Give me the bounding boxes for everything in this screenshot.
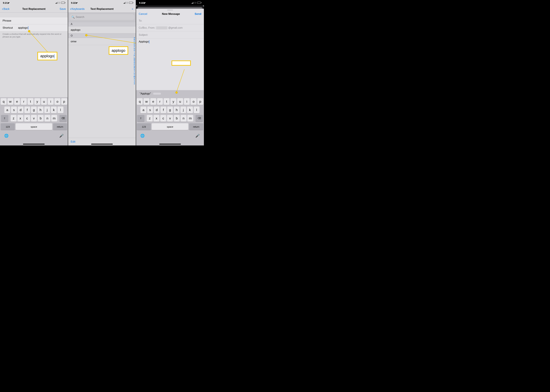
index-V[interactable]: V [134,74,135,76]
phrase-row[interactable]: Phrase [0,17,68,24]
key-q[interactable]: q [137,98,143,105]
key-x[interactable]: x [153,115,159,122]
space-key[interactable]: space [152,123,188,130]
shift-key[interactable]: ⇧ [1,115,8,122]
key-n[interactable]: n [180,115,186,122]
index-N[interactable]: N [134,60,135,62]
index-Z[interactable]: Z [134,81,135,83]
key-s[interactable]: s [11,106,17,113]
key-i[interactable]: i [48,98,54,105]
key-t[interactable]: t [28,98,34,105]
key-q[interactable]: q [1,98,7,105]
index-A[interactable]: A [134,37,135,39]
key-b[interactable]: b [174,115,180,122]
key-o[interactable]: o [191,98,196,105]
key-n[interactable]: n [44,115,50,122]
key-e[interactable]: e [150,98,156,105]
key-v[interactable]: v [167,115,173,122]
key-i[interactable]: i [184,98,190,105]
index-B[interactable]: B [134,39,135,41]
to-field[interactable]: To: [136,17,204,24]
key-u[interactable]: u [177,98,183,105]
index-O[interactable]: O [134,62,135,63]
index-X[interactable]: X [134,78,135,79]
quicktype-original[interactable]: "Applogo" [137,92,153,95]
key-d[interactable]: d [154,106,160,113]
key-m[interactable]: m [51,115,57,122]
index-U[interactable]: U [134,72,135,74]
key-y[interactable]: y [34,98,40,105]
key-h[interactable]: h [174,106,179,113]
key-v[interactable]: v [31,115,37,122]
index-J[interactable]: J [134,53,135,55]
cc-field[interactable]: Cc/Bcc, From: @gmail.com [136,24,204,31]
subject-field[interactable]: Subject: [136,31,204,38]
add-button[interactable]: ＋ [131,7,134,11]
index-R[interactable]: R [134,67,135,69]
home-indicator[interactable] [91,144,113,145]
index-I[interactable]: I [134,51,135,53]
key-k[interactable]: k [187,106,193,113]
key-a[interactable]: a [4,106,10,113]
shortcut-row[interactable]: Shortcut applogo [0,24,68,31]
numbers-key[interactable]: 123 [1,123,15,130]
home-indicator[interactable] [23,144,45,145]
key-z[interactable]: z [147,115,153,122]
index-L[interactable]: L [134,56,135,58]
list-row[interactable]: omw [68,38,136,45]
back-button[interactable]: ‹Keyboards [70,7,85,11]
key-k[interactable]: k [51,106,57,113]
mic-icon[interactable]: 🎤 [195,134,200,138]
key-p[interactable]: p [197,98,203,105]
index-Q[interactable]: Q [134,65,135,67]
key-s[interactable]: s [147,106,153,113]
key-f[interactable]: f [160,106,166,113]
key-c[interactable]: c [24,115,30,122]
home-indicator[interactable] [159,144,181,145]
index-H[interactable]: H [134,49,135,51]
key-g[interactable]: g [167,106,173,113]
backspace-key[interactable]: ⌫ [195,115,203,122]
return-key[interactable]: return [53,123,67,130]
key-p[interactable]: p [61,98,67,105]
backspace-key[interactable]: ⌫ [59,115,67,122]
key-l[interactable]: l [194,106,200,113]
index-W[interactable]: W [134,76,135,78]
quicktype-suggestion[interactable] [153,93,161,95]
key-x[interactable]: x [17,115,23,122]
index-S[interactable]: S [134,69,135,71]
key-g[interactable]: g [31,106,37,113]
section-index[interactable]: ABCDEFGHIJKLMNOPQRSTUVWXYZ# [133,37,136,85]
index-T[interactable]: T [134,71,135,72]
return-key[interactable]: return [189,123,203,130]
index-K[interactable]: K [134,55,135,56]
key-j[interactable]: j [180,106,186,113]
shift-key[interactable]: ⇧ [137,115,144,122]
index-D[interactable]: D [134,42,135,44]
edit-button[interactable]: Edit [71,140,75,143]
keyboard[interactable]: qwertyuiop asdfghjkl ⇧ zxcvbnm ⌫ 123 spa… [136,97,204,146]
key-l[interactable]: l [57,106,63,113]
key-j[interactable]: j [44,106,50,113]
key-a[interactable]: a [140,106,146,113]
mic-icon[interactable]: 🎤 [59,134,64,138]
key-b[interactable]: b [38,115,44,122]
keyboard[interactable]: qwertyuiop asdfghjkl ⇧ zxcvbnm ⌫ 123 spa… [0,97,68,146]
space-key[interactable]: space [16,123,52,130]
key-z[interactable]: z [11,115,17,122]
key-f[interactable]: f [24,106,30,113]
index-G[interactable]: G [134,48,135,49]
key-r[interactable]: r [21,98,27,105]
key-t[interactable]: t [164,98,170,105]
key-w[interactable]: w [7,98,13,105]
key-h[interactable]: h [37,106,43,113]
index-C[interactable]: C [134,41,135,42]
index-F[interactable]: F [134,46,135,48]
index-P[interactable]: P [134,63,135,65]
send-button[interactable]: Send [194,12,201,16]
index-#[interactable]: # [134,83,135,85]
key-d[interactable]: d [18,106,23,113]
key-e[interactable]: e [14,98,20,105]
list-row[interactable]: applogo [68,26,136,34]
message-body[interactable]: Applogo [136,38,204,45]
